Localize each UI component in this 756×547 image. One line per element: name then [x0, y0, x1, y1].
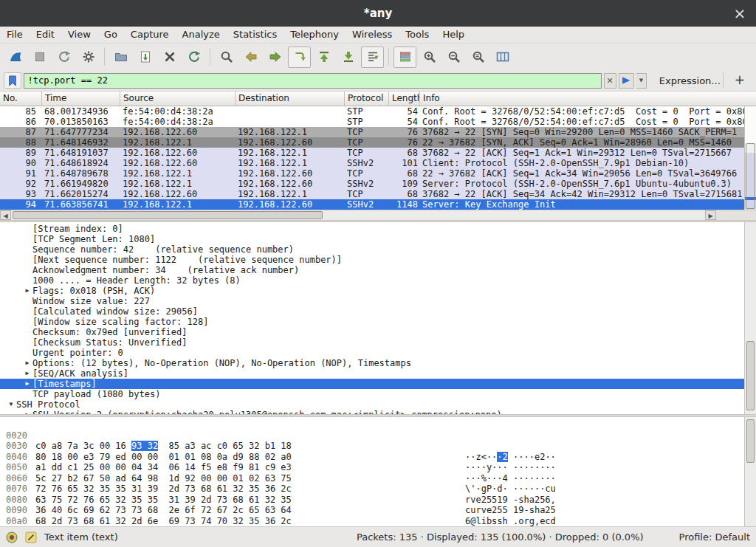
capture-options-button[interactable]	[77, 47, 100, 68]
go-back-button[interactable]	[239, 47, 262, 68]
capture-comment-icon[interactable]	[25, 531, 37, 543]
menu-item[interactable]: Help	[436, 27, 471, 43]
column-header[interactable]: No.	[0, 92, 42, 106]
zoom-original-button[interactable]	[467, 47, 489, 68]
hex-row[interactable]: 00b0 38 34 2c 65 63 64 68 2d 73 68 61 32…	[0, 516, 744, 527]
detail-line[interactable]: ▼ SSH Protocol	[0, 399, 744, 410]
hex-row[interactable]: 0030 80 18 00 e3 79 ed 00 00 01 01 08 0a…	[0, 430, 744, 441]
hex-row[interactable]: 0020 c0 a8 7a 3c 00 16 93 32 85 a3 ac c0…	[0, 419, 744, 430]
expander-icon[interactable]	[22, 327, 32, 337]
packet-row[interactable]: 88 71.648146932 192.168.122.1 192.168.12…	[0, 137, 744, 148]
expander-icon[interactable]	[22, 244, 32, 255]
expander-icon[interactable]	[22, 234, 32, 244]
details-vscrollbar[interactable]	[744, 222, 756, 414]
close-file-button[interactable]	[158, 47, 181, 68]
vscroll-thumb[interactable]	[746, 341, 755, 410]
stop-capture-button[interactable]	[28, 47, 51, 68]
detail-line[interactable]: [TCP Segment Len: 1080]	[0, 234, 744, 244]
hex-row[interactable]: 0060 72 76 65 32 35 35 31 39 2d 73 68 61…	[0, 462, 744, 473]
expander-icon[interactable]: ▶	[22, 286, 32, 296]
column-header[interactable]: Time	[42, 92, 120, 106]
hex-row[interactable]: 0070 63 75 72 76 65 32 35 35 31 39 2d 73…	[0, 473, 744, 484]
filter-clear-button[interactable]: ✕	[604, 73, 616, 89]
open-file-button[interactable]	[109, 47, 132, 68]
hscroll-thumb[interactable]	[13, 211, 323, 219]
hscroll-trough[interactable]	[11, 210, 705, 220]
filter-bookmark-button[interactable]	[4, 72, 21, 89]
detail-line[interactable]: ▶ Flags: 0x018 (PSH, ACK)	[0, 286, 744, 296]
packet-row[interactable]: 93 71.662015274 192.168.122.60 192.168.1…	[0, 189, 744, 199]
window-titlebar[interactable]: *any ×	[0, 0, 756, 27]
first-packet-button[interactable]	[312, 47, 335, 68]
expander-icon[interactable]	[22, 275, 32, 286]
detail-line[interactable]: Urgent pointer: 0	[0, 348, 744, 358]
expander-icon[interactable]	[22, 348, 32, 358]
menu-item[interactable]: Go	[97, 27, 124, 43]
detail-line[interactable]: [Calculated window size: 29056]	[0, 306, 744, 317]
detail-line[interactable]: ▶ [SEQ/ACK analysis]	[0, 368, 744, 379]
column-header[interactable]: Source	[120, 92, 236, 106]
zoom-in-button[interactable]	[418, 47, 441, 68]
expander-icon[interactable]	[22, 317, 32, 327]
packet-row[interactable]: 91 71.648789678 192.168.122.1 192.168.12…	[0, 168, 744, 179]
packet-row[interactable]: 94 71.663856741 192.168.122.1 192.168.12…	[0, 199, 744, 210]
hex-row[interactable]: 0080 36 40 6c 69 62 73 73 68 2e 6f 72 67…	[0, 484, 744, 495]
detail-line[interactable]: [Stream index: 0]	[0, 224, 744, 234]
packet-row[interactable]: 92 71.661949820 192.168.122.1 192.168.12…	[0, 179, 744, 189]
menu-item[interactable]: View	[61, 27, 97, 43]
display-filter-input[interactable]	[24, 73, 602, 89]
add-filter-button[interactable]: +	[732, 72, 752, 89]
restart-capture-button[interactable]	[52, 47, 75, 68]
expander-icon[interactable]	[22, 389, 32, 399]
detail-line[interactable]: ▶ SSH Version 2 (encryption:chacha20-pol…	[0, 410, 744, 414]
statusbar-profile[interactable]: Profile: Default	[679, 531, 750, 543]
packet-row[interactable]: 90 71.648618924 192.168.122.60 192.168.1…	[0, 158, 744, 168]
colorize-button[interactable]	[394, 47, 416, 68]
start-capture-button[interactable]	[4, 47, 27, 68]
hex-vscrollbar[interactable]	[744, 417, 756, 526]
expander-icon[interactable]: ▼	[6, 399, 16, 410]
packet-row[interactable]: 87 71.647777234 192.168.122.60 192.168.1…	[0, 127, 744, 137]
resize-columns-button[interactable]	[491, 47, 514, 68]
menu-item[interactable]: Statistics	[227, 27, 284, 43]
hex-row[interactable]: 00a0 65 63 64 68 2d 73 68 61 32 2d 6e 69…	[0, 505, 744, 516]
go-forward-button[interactable]	[264, 47, 286, 68]
packet-row[interactable]: 85 68.001734936 fe:54:00:d4:38:2a STP 54…	[0, 106, 744, 117]
scroll-right-arrow[interactable]: ▶	[705, 210, 716, 220]
menu-item[interactable]: Analyze	[176, 27, 227, 43]
menu-item[interactable]: Wireless	[346, 27, 399, 43]
save-file-button[interactable]	[134, 47, 157, 68]
hex-row[interactable]: 0040 a1 dd c1 25 00 00 04 34 06 14 f5 e8…	[0, 441, 744, 452]
scroll-left-arrow[interactable]: ◀	[0, 210, 11, 220]
expander-icon[interactable]	[22, 296, 32, 306]
detail-line[interactable]: Checksum: 0x79ed [unverified]	[0, 327, 744, 337]
column-header[interactable]: Protocol	[345, 92, 389, 106]
detail-line[interactable]: [Next sequence number: 1122 (relative se…	[0, 255, 744, 265]
menu-item[interactable]: Tools	[399, 27, 436, 43]
detail-line[interactable]: ▶ Options: (12 bytes), No-Operation (NOP…	[0, 358, 744, 368]
detail-line[interactable]: 1000 .... = Header Length: 32 bytes (8)	[0, 275, 744, 286]
vscroll-thumb[interactable]	[746, 419, 755, 463]
zoom-out-button[interactable]	[442, 47, 465, 68]
detail-line[interactable]: Acknowledgment number: 34 (relative ack …	[0, 265, 744, 275]
expander-icon[interactable]: ▶	[22, 368, 32, 379]
detail-line[interactable]: ▶ [Timestamps]	[0, 379, 744, 389]
column-header[interactable]: Length	[389, 92, 420, 106]
filter-dropdown-button[interactable]: ▼	[636, 73, 647, 89]
go-to-packet-button[interactable]	[288, 47, 311, 68]
expression-button[interactable]: Expression...	[659, 75, 721, 86]
close-window-button[interactable]: ×	[731, 0, 749, 27]
menu-item[interactable]: Capture	[124, 27, 176, 43]
vscroll-thumb[interactable]	[746, 143, 755, 209]
expander-icon[interactable]: ▶	[22, 358, 32, 368]
last-packet-button[interactable]	[337, 47, 360, 68]
packet-row[interactable]: 89 71.648191037 192.168.122.60 192.168.1…	[0, 148, 744, 158]
expert-info-icon[interactable]	[6, 531, 18, 543]
menu-item[interactable]: Edit	[30, 27, 61, 43]
packet-list-hscrollbar[interactable]: ◀ ▶	[0, 210, 716, 220]
packet-list-vscrollbar[interactable]	[744, 106, 756, 210]
expander-icon[interactable]: ▶	[22, 410, 32, 414]
auto-scroll-button[interactable]	[361, 47, 384, 68]
column-header[interactable]: Info	[420, 92, 756, 106]
find-packet-button[interactable]	[215, 47, 238, 68]
